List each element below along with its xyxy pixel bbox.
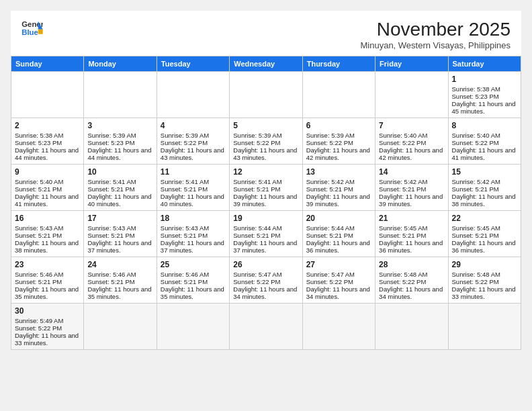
calendar-cell: 20Sunrise: 5:44 AMSunset: 5:21 PMDayligh… [302, 211, 375, 257]
day-number: 29 [452, 260, 517, 269]
daylight-text: Daylight: 11 hours and 36 minutes. [452, 239, 517, 254]
sunrise-text: Sunrise: 5:47 AM [233, 271, 298, 278]
calendar-cell: 15Sunrise: 5:42 AMSunset: 5:21 PMDayligh… [448, 165, 521, 211]
sunrise-text: Sunrise: 5:40 AM [379, 132, 444, 139]
day-number: 23 [15, 260, 80, 269]
calendar-cell [302, 304, 375, 350]
calendar-cell: 13Sunrise: 5:42 AMSunset: 5:21 PMDayligh… [302, 165, 375, 211]
calendar-cell: 14Sunrise: 5:42 AMSunset: 5:21 PMDayligh… [375, 165, 448, 211]
calendar-cell: 11Sunrise: 5:41 AMSunset: 5:21 PMDayligh… [157, 165, 229, 211]
day-number: 20 [306, 214, 371, 223]
day-number: 6 [306, 121, 371, 130]
day-number: 27 [306, 260, 371, 269]
sunrise-text: Sunrise: 5:42 AM [379, 178, 444, 185]
calendar-cell: 10Sunrise: 5:41 AMSunset: 5:21 PMDayligh… [84, 165, 157, 211]
calendar-cell: 8Sunrise: 5:40 AMSunset: 5:22 PMDaylight… [448, 118, 521, 165]
sunrise-text: Sunrise: 5:46 AM [15, 271, 80, 278]
svg-marker-3 [38, 30, 43, 34]
calendar-cell: 7Sunrise: 5:40 AMSunset: 5:22 PMDaylight… [375, 118, 448, 165]
calendar-table: SundayMondayTuesdayWednesdayThursdayFrid… [11, 56, 521, 350]
day-number: 10 [87, 167, 152, 177]
calendar-cell: 28Sunrise: 5:48 AMSunset: 5:22 PMDayligh… [375, 257, 448, 304]
month-title: November 2025 [360, 19, 511, 40]
daylight-text: Daylight: 11 hours and 34 minutes. [233, 285, 298, 300]
sunrise-text: Sunrise: 5:39 AM [233, 132, 298, 139]
calendar-cell: 5Sunrise: 5:39 AMSunset: 5:22 PMDaylight… [230, 118, 302, 165]
day-number: 22 [452, 214, 517, 223]
day-number: 9 [15, 167, 80, 177]
sunset-text: Sunset: 5:21 PM [452, 232, 517, 239]
calendar-cell [11, 72, 84, 118]
sunset-text: Sunset: 5:21 PM [87, 278, 152, 285]
calendar-cell: 27Sunrise: 5:47 AMSunset: 5:22 PMDayligh… [302, 257, 375, 304]
day-number: 30 [15, 306, 80, 316]
daylight-text: Daylight: 11 hours and 41 minutes. [15, 193, 80, 208]
calendar-cell: 24Sunrise: 5:46 AMSunset: 5:21 PMDayligh… [84, 257, 157, 304]
calendar-cell: 6Sunrise: 5:39 AMSunset: 5:22 PMDaylight… [302, 118, 375, 165]
sunset-text: Sunset: 5:21 PM [379, 232, 444, 239]
calendar-cell: 23Sunrise: 5:46 AMSunset: 5:21 PMDayligh… [11, 257, 84, 304]
day-header-thursday: Thursday [302, 56, 375, 72]
daylight-text: Daylight: 11 hours and 42 minutes. [306, 146, 371, 161]
sunset-text: Sunset: 5:23 PM [452, 93, 517, 100]
sunset-text: Sunset: 5:22 PM [379, 139, 444, 146]
sunset-text: Sunset: 5:21 PM [87, 185, 152, 193]
title-block: November 2025 Minuyan, Western Visayas, … [360, 19, 511, 50]
calendar-cell: 19Sunrise: 5:44 AMSunset: 5:21 PMDayligh… [230, 211, 302, 257]
calendar-cell [230, 72, 302, 118]
calendar-cell: 1Sunrise: 5:38 AMSunset: 5:23 PMDaylight… [448, 72, 521, 118]
sunrise-text: Sunrise: 5:43 AM [15, 224, 80, 232]
day-number: 28 [379, 260, 444, 269]
calendar-cell: 4Sunrise: 5:39 AMSunset: 5:22 PMDaylight… [157, 118, 229, 165]
sunset-text: Sunset: 5:21 PM [306, 185, 371, 193]
sunset-text: Sunset: 5:21 PM [452, 185, 517, 193]
calendar-cell: 9Sunrise: 5:40 AMSunset: 5:21 PMDaylight… [11, 165, 84, 211]
sunset-text: Sunset: 5:22 PM [452, 139, 517, 146]
calendar-week-6: 30Sunrise: 5:49 AMSunset: 5:22 PMDayligh… [11, 304, 521, 350]
sunrise-text: Sunrise: 5:45 AM [379, 224, 444, 232]
day-number: 18 [161, 214, 226, 223]
day-number: 3 [87, 121, 152, 130]
sunrise-text: Sunrise: 5:40 AM [15, 178, 80, 185]
sunrise-text: Sunrise: 5:46 AM [87, 271, 152, 278]
day-header-saturday: Saturday [448, 56, 521, 72]
sunrise-text: Sunrise: 5:44 AM [306, 224, 371, 232]
day-number: 1 [452, 75, 517, 84]
sunset-text: Sunset: 5:22 PM [233, 139, 298, 146]
daylight-text: Daylight: 11 hours and 44 minutes. [87, 146, 152, 161]
sunrise-text: Sunrise: 5:38 AM [15, 132, 80, 139]
day-number: 2 [15, 121, 80, 130]
calendar-cell: 21Sunrise: 5:45 AMSunset: 5:21 PMDayligh… [375, 211, 448, 257]
sunrise-text: Sunrise: 5:47 AM [306, 271, 371, 278]
daylight-text: Daylight: 11 hours and 34 minutes. [306, 285, 371, 300]
sunset-text: Sunset: 5:22 PM [306, 278, 371, 285]
sunset-text: Sunset: 5:21 PM [87, 232, 152, 239]
sunrise-text: Sunrise: 5:39 AM [306, 132, 371, 139]
daylight-text: Daylight: 11 hours and 35 minutes. [87, 285, 152, 300]
sunrise-text: Sunrise: 5:41 AM [233, 178, 298, 185]
calendar-cell [84, 72, 157, 118]
calendar-cell: 16Sunrise: 5:43 AMSunset: 5:21 PMDayligh… [11, 211, 84, 257]
calendar-cell: 18Sunrise: 5:43 AMSunset: 5:21 PMDayligh… [157, 211, 229, 257]
day-number: 5 [233, 121, 298, 130]
day-header-monday: Monday [84, 56, 157, 72]
day-header-friday: Friday [375, 56, 448, 72]
sunset-text: Sunset: 5:21 PM [161, 278, 226, 285]
daylight-text: Daylight: 11 hours and 37 minutes. [161, 239, 226, 254]
calendar-week-5: 23Sunrise: 5:46 AMSunset: 5:21 PMDayligh… [11, 257, 521, 304]
day-number: 11 [161, 167, 226, 177]
daylight-text: Daylight: 11 hours and 43 minutes. [233, 146, 298, 161]
calendar-header-row: SundayMondayTuesdayWednesdayThursdayFrid… [11, 56, 521, 72]
calendar-week-4: 16Sunrise: 5:43 AMSunset: 5:21 PMDayligh… [11, 211, 521, 257]
daylight-text: Daylight: 11 hours and 36 minutes. [379, 239, 444, 254]
calendar-cell [84, 304, 157, 350]
location: Minuyan, Western Visayas, Philippines [360, 40, 511, 50]
logo-icon: General Blue [21, 19, 43, 38]
calendar-cell: 30Sunrise: 5:49 AMSunset: 5:22 PMDayligh… [11, 304, 84, 350]
sunset-text: Sunset: 5:22 PM [452, 278, 517, 285]
daylight-text: Daylight: 11 hours and 42 minutes. [379, 146, 444, 161]
sunset-text: Sunset: 5:22 PM [161, 139, 226, 146]
sunset-text: Sunset: 5:21 PM [161, 185, 226, 193]
sunrise-text: Sunrise: 5:44 AM [233, 224, 298, 232]
sunrise-text: Sunrise: 5:41 AM [161, 178, 226, 185]
